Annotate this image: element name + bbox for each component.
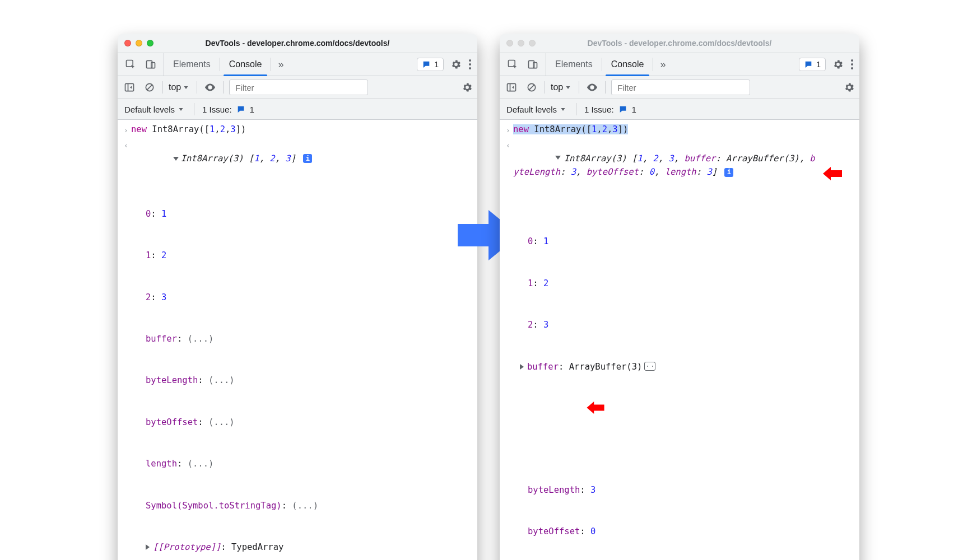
chevron-down-icon (566, 86, 570, 89)
expand-toggle-icon[interactable] (173, 157, 179, 161)
issues-button[interactable]: 1 (417, 58, 444, 71)
execution-context[interactable]: top (551, 82, 573, 92)
tab-console[interactable]: Console (220, 53, 271, 76)
console-subtoolbar: Default levels 1 Issue: 1 (118, 99, 477, 120)
svg-point-4 (469, 63, 471, 66)
expand-toggle-icon[interactable] (555, 156, 561, 160)
device-toggle-icon[interactable] (145, 58, 157, 71)
traffic-lights (118, 40, 153, 46)
console-output: › new Int8Array([1,2,3]) ‹ Int8Array(3) … (500, 120, 859, 560)
console-input-echo: new Int8Array([1,2,3]) (131, 123, 472, 137)
minimize-icon[interactable] (136, 40, 142, 46)
svg-rect-15 (508, 83, 516, 91)
issues-button[interactable]: 1 (799, 58, 826, 71)
titlebar[interactable]: DevTools - developer.chrome.com/docs/dev… (118, 34, 477, 53)
inspect-icon[interactable] (506, 58, 519, 71)
filter-field[interactable] (234, 82, 363, 93)
chevron-down-icon (179, 108, 183, 111)
issues-count: 1 (816, 60, 821, 69)
console-output: › new Int8Array([1,2,3]) ‹ Int8Array(3) … (118, 120, 477, 560)
devtools-window-left: DevTools - developer.chrome.com/docs/dev… (118, 34, 477, 560)
svg-point-13 (851, 63, 853, 66)
console-sidebar-toggle-icon[interactable] (504, 80, 519, 95)
issue-summary[interactable]: 1 Issue: 1 (202, 105, 254, 114)
svg-rect-6 (125, 83, 134, 91)
tab-bar: Elements Console » 1 (500, 53, 859, 76)
settings-icon[interactable] (832, 59, 844, 70)
message-icon (804, 60, 813, 69)
memory-icon[interactable] (644, 362, 655, 371)
console-result[interactable]: Int8Array(3) [1, 2, 3, buffer: ArrayBuff… (513, 138, 854, 560)
console-settings-icon[interactable] (462, 82, 473, 93)
log-levels[interactable]: Default levels (124, 105, 186, 114)
svg-point-5 (469, 67, 471, 69)
minimize-icon[interactable] (518, 40, 524, 46)
window-title: DevTools - developer.chrome.com/docs/dev… (500, 39, 859, 48)
window-title: DevTools - developer.chrome.com/docs/dev… (118, 39, 477, 48)
close-icon[interactable] (124, 40, 131, 46)
tab-label: Elements (173, 59, 211, 69)
settings-icon[interactable] (450, 59, 462, 70)
live-expression-icon[interactable] (203, 80, 217, 95)
filter-input[interactable] (611, 80, 750, 95)
svg-point-14 (851, 67, 853, 69)
clear-console-icon[interactable] (524, 80, 539, 95)
annotation-arrow-icon (823, 139, 859, 208)
chevron-down-icon (561, 108, 565, 111)
kebab-menu-icon[interactable] (850, 59, 854, 70)
console-toolbar: top (118, 76, 477, 99)
tab-label: Console (611, 59, 644, 69)
info-icon[interactable]: i (303, 154, 312, 163)
device-toggle-icon[interactable] (527, 58, 539, 71)
tab-bar: Elements Console » 1 (118, 53, 477, 76)
svg-point-17 (591, 86, 593, 88)
console-sidebar-toggle-icon[interactable] (122, 80, 137, 95)
zoom-icon[interactable] (529, 40, 536, 46)
devtools-window-right: DevTools - developer.chrome.com/docs/dev… (500, 34, 859, 560)
zoom-icon[interactable] (147, 40, 153, 46)
kebab-menu-icon[interactable] (468, 59, 472, 70)
console-subtoolbar: Default levels 1 Issue: 1 (500, 99, 859, 120)
console-settings-icon[interactable] (844, 82, 855, 93)
chevron-down-icon (184, 86, 188, 89)
issue-summary[interactable]: 1 Issue: 1 (584, 105, 636, 114)
filter-field[interactable] (616, 82, 745, 93)
expand-toggle-icon[interactable] (520, 364, 524, 370)
tab-label: Console (229, 59, 262, 69)
live-expression-icon[interactable] (585, 80, 599, 95)
filter-input[interactable] (229, 80, 368, 95)
titlebar[interactable]: DevTools - developer.chrome.com/docs/dev… (500, 34, 859, 53)
input-marker-icon: › (121, 123, 131, 137)
output-marker-icon: ‹ (503, 138, 513, 152)
tabs-overflow[interactable]: » (271, 53, 290, 76)
close-icon[interactable] (506, 40, 513, 46)
traffic-lights (500, 40, 536, 46)
tab-elements[interactable]: Elements (164, 53, 220, 76)
console-result[interactable]: Int8Array(3) [1, 2, 3] i 0: 1 1: 2 2: 3 … (131, 138, 472, 560)
clear-console-icon[interactable] (142, 80, 157, 95)
svg-point-12 (851, 59, 853, 62)
issues-count: 1 (434, 60, 439, 69)
console-toolbar: top (500, 76, 859, 99)
output-marker-icon: ‹ (121, 138, 131, 152)
message-icon (422, 60, 431, 69)
console-input-echo: new Int8Array([1,2,3]) (513, 123, 854, 137)
log-levels[interactable]: Default levels (506, 105, 568, 114)
expand-toggle-icon[interactable] (146, 544, 150, 550)
message-icon (618, 105, 627, 114)
tab-label: Elements (555, 59, 593, 69)
input-marker-icon: › (503, 123, 513, 137)
tab-console[interactable]: Console (602, 53, 653, 76)
tabs-overflow[interactable]: » (653, 53, 672, 76)
info-icon[interactable]: i (724, 168, 733, 177)
svg-point-8 (209, 86, 211, 88)
annotation-arrow-icon (586, 374, 659, 441)
tab-elements[interactable]: Elements (546, 53, 602, 76)
execution-context[interactable]: top (169, 82, 191, 92)
message-icon (236, 105, 245, 114)
svg-point-3 (469, 59, 471, 62)
inspect-icon[interactable] (124, 58, 137, 71)
